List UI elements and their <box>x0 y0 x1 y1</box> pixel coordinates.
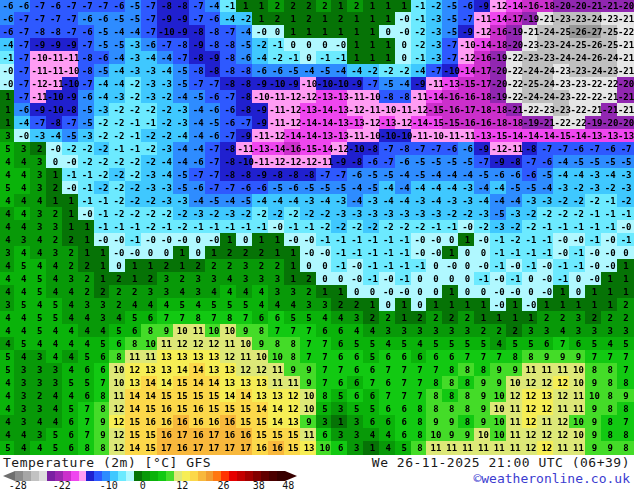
colorbar-tick: 26 <box>217 481 229 490</box>
temperature-map-canvas <box>0 0 634 455</box>
colorbar-segment <box>86 471 94 481</box>
colorbar: -28-22-10012263848 <box>3 471 297 490</box>
colorbar-tick: 12 <box>176 481 188 490</box>
colorbar-tick: 38 <box>253 481 265 490</box>
colorbar-segment <box>229 471 237 481</box>
colorbar-tick: -10 <box>100 481 118 490</box>
legend-bar: Temperature (2m) [°C] GFS -28-22-1001226… <box>0 455 634 490</box>
colorbar-segment <box>71 471 79 481</box>
colorbar-segment <box>166 471 174 481</box>
legend-title: Temperature (2m) [°C] GFS <box>3 455 211 470</box>
colorbar-segment <box>158 471 166 481</box>
colorbar-segment <box>269 471 277 481</box>
forecast-datetime: We 26-11-2025 21:00 UTC (06+39) <box>372 455 630 470</box>
colorbar-segment <box>118 471 126 481</box>
weather-map-screen: Temperature (2m) [°C] GFS -28-22-1001226… <box>0 0 634 490</box>
colorbar-segment <box>39 471 47 481</box>
colorbar-tick: 48 <box>282 481 294 490</box>
colorbar-tick: -22 <box>53 481 71 490</box>
colorbar-segment <box>190 471 198 481</box>
colorbar-ticks: -28-22-10012263848 <box>3 481 297 490</box>
colorbar-segment <box>150 471 158 481</box>
colorbar-segment <box>198 471 206 481</box>
colorbar-segment <box>31 471 39 481</box>
colorbar-segment <box>79 471 87 481</box>
colorbar-segment <box>126 471 134 481</box>
colorbar-tick: 0 <box>140 481 146 490</box>
colorbar-segment <box>237 471 245 481</box>
copyright-link[interactable]: ©weatheronline.co.uk <box>473 471 630 486</box>
colorbar-tick: -28 <box>9 481 27 490</box>
colorbar-segment <box>206 471 214 481</box>
